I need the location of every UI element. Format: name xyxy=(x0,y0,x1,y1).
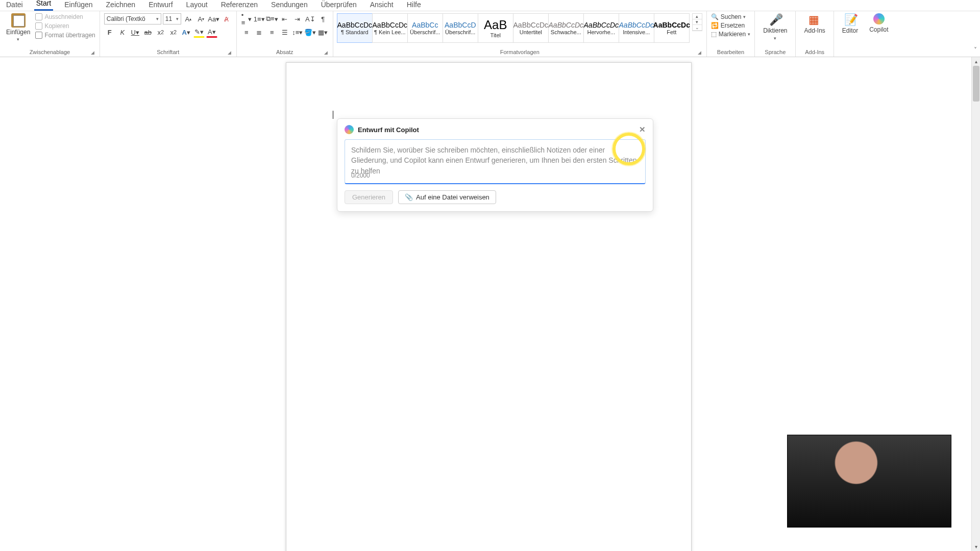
dictate-button[interactable]: 🎤 Diktieren ▾ xyxy=(759,13,791,41)
align-center-button[interactable]: ≣ xyxy=(254,27,265,38)
show-marks-button[interactable]: ¶ xyxy=(317,13,329,24)
group-label-voice: Sprache xyxy=(765,49,786,55)
tab-überprüfen[interactable]: Überprüfen xyxy=(319,1,359,11)
multilevel-icon: ⧉≡ xyxy=(266,15,275,23)
tab-zeichnen[interactable]: Zeichnen xyxy=(104,1,138,11)
bold-button[interactable]: F xyxy=(104,27,115,38)
line-spacing-icon: ↕≡ xyxy=(292,29,299,36)
bullets-button[interactable]: • ≡▾ xyxy=(241,13,252,24)
style-item-4[interactable]: AaBTitel xyxy=(478,13,513,43)
align-right-button[interactable]: ≡ xyxy=(266,27,278,38)
copy-label: Kopieren xyxy=(44,22,69,30)
tab-sendungen[interactable]: Sendungen xyxy=(269,1,310,11)
style-item-3[interactable]: AaBbCcDÜberschrif... xyxy=(443,13,478,43)
copilot-prompt-input[interactable]: Schildern Sie, worüber Sie schreiben möc… xyxy=(345,139,646,184)
shading-button[interactable]: 🪣▾ xyxy=(305,27,316,38)
tab-datei[interactable]: Datei xyxy=(4,1,25,11)
addins-icon: ▦ xyxy=(808,13,821,26)
style-sample: AaBbCcDc xyxy=(549,21,583,29)
underline-button[interactable]: U▾ xyxy=(130,27,141,38)
style-name: Fett xyxy=(667,29,676,35)
replace-button[interactable]: 🔁Ersetzen xyxy=(711,22,750,29)
dialog-launcher-icon[interactable]: ◢ xyxy=(698,50,701,55)
reference-file-button[interactable]: 📎Auf eine Datei verweisen xyxy=(398,190,496,204)
copilot-char-count: 0/2000 xyxy=(351,172,370,179)
format-painter-label: Format übertragen xyxy=(44,32,95,39)
copilot-button[interactable]: Copilot xyxy=(865,13,892,33)
group-font: Calibri (Textkö▾ 11▾ A▴ A▾ Aa▾ A̷ F K U▾… xyxy=(100,11,237,57)
scissors-icon xyxy=(35,13,42,20)
justify-button[interactable]: ☰ xyxy=(279,27,290,38)
numbering-button[interactable]: 1≡▾ xyxy=(254,13,265,24)
scroll-down-button[interactable]: ▾ xyxy=(972,542,980,551)
webcam-overlay xyxy=(787,435,951,528)
tab-ansicht[interactable]: Ansicht xyxy=(368,1,396,11)
superscript-button[interactable]: x2 xyxy=(168,27,179,38)
copy-button[interactable]: Kopieren xyxy=(35,22,95,30)
dialog-launcher-icon[interactable]: ◢ xyxy=(228,50,231,55)
tab-layout[interactable]: Layout xyxy=(184,1,210,11)
editor-button[interactable]: 📝 Editor xyxy=(838,13,862,34)
highlight-color-button[interactable]: ✎▾ xyxy=(193,27,205,38)
styles-scroll-up[interactable]: ▴ xyxy=(693,14,702,19)
style-item-6[interactable]: AaBbCcDcSchwache... xyxy=(548,13,584,43)
tab-einfügen[interactable]: Einfügen xyxy=(62,1,94,11)
align-right-icon: ≡ xyxy=(270,29,274,36)
group-clipboard: Einfügen ▾ Ausschneiden Kopieren Format … xyxy=(0,11,100,57)
style-item-8[interactable]: AaBbCcDcIntensive... xyxy=(619,13,654,43)
style-sample: AaBbCcDc xyxy=(653,21,690,29)
cut-button[interactable]: Ausschneiden xyxy=(35,13,95,20)
dialog-launcher-icon[interactable]: ◢ xyxy=(324,50,328,55)
vertical-scrollbar[interactable]: ▴ ▾ xyxy=(971,57,980,551)
italic-button[interactable]: K xyxy=(117,27,128,38)
font-size-combo[interactable]: 11▾ xyxy=(163,13,181,24)
decrease-font-button[interactable]: A▾ xyxy=(195,13,207,24)
font-name-combo[interactable]: Calibri (Textkö▾ xyxy=(104,13,161,24)
pilcrow-icon: ¶ xyxy=(321,15,325,23)
styles-scroll-down[interactable]: ▾ xyxy=(693,19,702,25)
collapse-ribbon-button[interactable]: ˅ xyxy=(974,46,977,54)
style-item-1[interactable]: AaBbCcDc¶ Kein Lee... xyxy=(372,13,408,43)
line-spacing-button[interactable]: ↕≡▾ xyxy=(292,27,303,38)
style-item-5[interactable]: AaBbCcDcUntertitel xyxy=(513,13,549,43)
chevron-down-icon: ▾ xyxy=(156,16,159,21)
tab-hilfe[interactable]: Hilfe xyxy=(405,1,423,11)
find-button[interactable]: 🔍Suchen▾ xyxy=(711,13,750,20)
clear-formatting-button[interactable]: A̷ xyxy=(221,13,232,24)
change-case-button[interactable]: Aa▾ xyxy=(208,13,219,24)
tab-referenzen[interactable]: Referenzen xyxy=(219,1,260,11)
align-center-icon: ≣ xyxy=(256,29,262,36)
attachment-icon: 📎 xyxy=(405,193,413,201)
dialog-launcher-icon[interactable]: ◢ xyxy=(91,50,94,55)
text-effects-button[interactable]: A▾ xyxy=(181,27,192,38)
subscript-button[interactable]: x2 xyxy=(155,27,166,38)
style-item-9[interactable]: AaBbCcDcFett xyxy=(654,13,690,43)
style-name: Überschrif... xyxy=(410,29,440,35)
font-color-button[interactable]: A▾ xyxy=(206,27,217,38)
style-item-0[interactable]: AaBbCcDc¶ Standard xyxy=(337,13,373,43)
format-painter-button[interactable]: Format übertragen xyxy=(35,32,95,39)
borders-button[interactable]: ▦▾ xyxy=(317,27,329,38)
strikethrough-button[interactable]: ab xyxy=(142,27,154,38)
editor-label: Editor xyxy=(842,27,858,34)
close-icon[interactable]: ✕ xyxy=(639,125,646,134)
increase-indent-button[interactable]: ⇥ xyxy=(292,13,303,24)
multilevel-list-button[interactable]: ⧉≡▾ xyxy=(266,13,278,24)
increase-font-button[interactable]: A▴ xyxy=(183,13,194,24)
style-item-2[interactable]: AaBbCcÜberschrif... xyxy=(407,13,443,43)
select-button[interactable]: ⬚Markieren▾ xyxy=(711,31,750,38)
align-left-button[interactable]: ≡ xyxy=(241,27,252,38)
paste-button[interactable]: Einfügen ▾ xyxy=(4,13,32,42)
style-item-7[interactable]: AaBbCcDcHervorhe... xyxy=(583,13,619,43)
styles-expand[interactable]: ⌄ xyxy=(693,25,702,31)
editor-icon: 📝 xyxy=(844,13,856,26)
tab-entwurf[interactable]: Entwurf xyxy=(146,1,175,11)
scroll-up-button[interactable]: ▴ xyxy=(972,57,980,66)
tab-start[interactable]: Start xyxy=(34,0,54,11)
decrease-indent-button[interactable]: ⇤ xyxy=(279,13,290,24)
addins-button[interactable]: ▦ Add-Ins xyxy=(800,13,829,34)
sort-button[interactable]: A↧ xyxy=(305,13,316,24)
style-name: Überschrif... xyxy=(445,29,475,35)
generate-button[interactable]: Generieren xyxy=(345,190,393,204)
scroll-thumb[interactable] xyxy=(973,66,979,102)
